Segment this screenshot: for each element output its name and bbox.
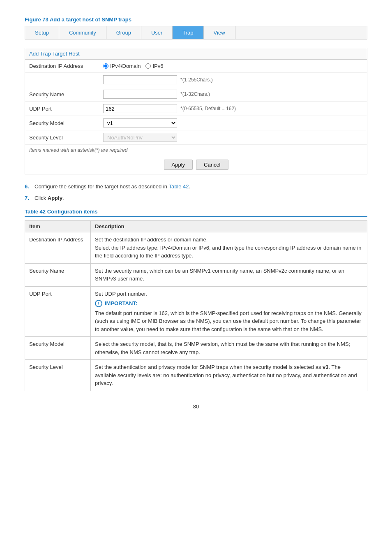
udp-port-hint: *(0-65535, Default = 162) bbox=[180, 106, 236, 111]
required-note: Items marked with an asterisk(*) are req… bbox=[25, 145, 367, 155]
form-buttons: Apply Cancel bbox=[25, 155, 367, 174]
table-row: Security Level Set the authentication an… bbox=[25, 360, 367, 391]
radio-ipv4-input[interactable] bbox=[103, 63, 108, 69]
step-7: 7. Click Apply. bbox=[25, 194, 367, 202]
col-description: Description bbox=[91, 221, 367, 232]
security-model-select[interactable]: v1 v2c v3 bbox=[103, 118, 177, 127]
destination-ip-input[interactable] bbox=[103, 75, 177, 84]
radio-ipv6-label: IPv6 bbox=[152, 63, 163, 69]
form-row-security-level: Security Level NoAuth/NoPriv bbox=[25, 130, 367, 145]
radio-ipv6-input[interactable] bbox=[145, 63, 151, 69]
tab-view[interactable]: View bbox=[204, 26, 235, 39]
row-desc-destination-ip: Set the destination IP address or domain… bbox=[91, 232, 367, 264]
security-level-controls: NoAuth/NoPriv bbox=[103, 133, 363, 142]
label-destination-ip: Destination IP Address bbox=[29, 63, 103, 69]
row-desc-udp-port: Set UDP port number. ! IMPORTANT: The de… bbox=[91, 286, 367, 337]
form-row-security-name: Security Name *(1-32Chars.) bbox=[25, 87, 367, 102]
step-6-text: Configure the settings for the target ho… bbox=[35, 183, 367, 191]
label-udp-port: UDP Port bbox=[29, 106, 103, 112]
tab-group[interactable]: Group bbox=[106, 26, 141, 39]
table-title: Table 42 Configuration items bbox=[25, 209, 367, 217]
row-item-security-model: Security Model bbox=[25, 337, 91, 360]
table-42-link[interactable]: Table 42 bbox=[168, 183, 189, 190]
form-row-security-model: Security Model v1 v2c v3 bbox=[25, 116, 367, 130]
important-detail: The default port number is 162, which is… bbox=[95, 310, 362, 332]
steps-list: 6. Configure the settings for the target… bbox=[25, 183, 367, 202]
cancel-button[interactable]: Cancel bbox=[196, 160, 228, 170]
security-level-select: NoAuth/NoPriv bbox=[103, 133, 177, 142]
row-desc-security-name: Set the security name, which can be an S… bbox=[91, 263, 367, 286]
col-item: Item bbox=[25, 221, 91, 232]
udp-port-controls: *(0-65535, Default = 162) bbox=[103, 104, 363, 113]
destination-ip-input-area: *(1-255Chars.) bbox=[103, 75, 363, 84]
label-security-name: Security Name bbox=[29, 91, 103, 97]
apply-button[interactable]: Apply bbox=[164, 160, 193, 170]
row-item-security-name: Security Name bbox=[25, 263, 91, 286]
label-security-model: Security Model bbox=[29, 120, 103, 126]
step-7-num: 7. bbox=[25, 194, 31, 202]
form-row-destination-ip-input: *(1-255Chars.) bbox=[25, 73, 367, 87]
form-section-title: Add Trap Target Host bbox=[25, 48, 367, 60]
tab-setup[interactable]: Setup bbox=[25, 26, 59, 39]
step-6-num: 6. bbox=[25, 183, 31, 191]
form-row-udp-port: UDP Port *(0-65535, Default = 162) bbox=[25, 102, 367, 116]
tab-community[interactable]: Community bbox=[59, 26, 106, 39]
table-row: UDP Port Set UDP port number. ! IMPORTAN… bbox=[25, 286, 367, 337]
page-number: 80 bbox=[25, 403, 367, 410]
row-item-destination-ip: Destination IP Address bbox=[25, 232, 91, 264]
destination-ip-hint: *(1-255Chars.) bbox=[180, 77, 213, 83]
radio-ipv4-label: IPv4/Domain bbox=[110, 63, 141, 69]
step-6: 6. Configure the settings for the target… bbox=[25, 183, 367, 191]
config-table: Item Description Destination IP Address … bbox=[25, 220, 367, 391]
security-name-hint: *(1-32Chars.) bbox=[180, 91, 210, 97]
important-label: IMPORTANT: bbox=[105, 299, 137, 308]
row-item-udp-port: UDP Port bbox=[25, 286, 91, 337]
tab-user[interactable]: User bbox=[141, 26, 173, 39]
important-icon: ! bbox=[95, 300, 102, 307]
table-row: Destination IP Address Set the destinati… bbox=[25, 232, 367, 264]
step-7-text: Click Apply. bbox=[35, 194, 367, 202]
important-block: ! IMPORTANT: bbox=[95, 299, 363, 308]
security-name-controls: *(1-32Chars.) bbox=[103, 90, 363, 99]
table-row: Security Name Set the security name, whi… bbox=[25, 263, 367, 286]
row-desc-security-level: Set the authentication and privacy mode … bbox=[91, 360, 367, 391]
security-model-controls: v1 v2c v3 bbox=[103, 118, 363, 127]
row-item-security-level: Security Level bbox=[25, 360, 91, 391]
radio-ipv4[interactable]: IPv4/Domain bbox=[103, 63, 141, 69]
row-desc-security-model: Select the security model, that is, the … bbox=[91, 337, 367, 360]
figure-title: Figure 73 Add a target host of SNMP trap… bbox=[25, 16, 367, 23]
security-name-input[interactable] bbox=[103, 90, 177, 99]
destination-ip-controls: IPv4/Domain IPv6 bbox=[103, 63, 363, 69]
radio-ipv6[interactable]: IPv6 bbox=[145, 63, 163, 69]
label-security-level: Security Level bbox=[29, 134, 103, 141]
nav-tabs: Setup Community Group User Trap View bbox=[25, 26, 367, 39]
table-header-row: Item Description bbox=[25, 221, 367, 232]
ip-type-radio-group: IPv4/Domain IPv6 bbox=[103, 63, 163, 69]
udp-port-input[interactable] bbox=[103, 104, 177, 113]
form-row-destination-ip: Destination IP Address IPv4/Domain IPv6 bbox=[25, 60, 367, 73]
table-row: Security Model Select the security model… bbox=[25, 337, 367, 360]
tab-trap[interactable]: Trap bbox=[173, 26, 203, 39]
add-trap-form: Add Trap Target Host Destination IP Addr… bbox=[25, 48, 367, 174]
